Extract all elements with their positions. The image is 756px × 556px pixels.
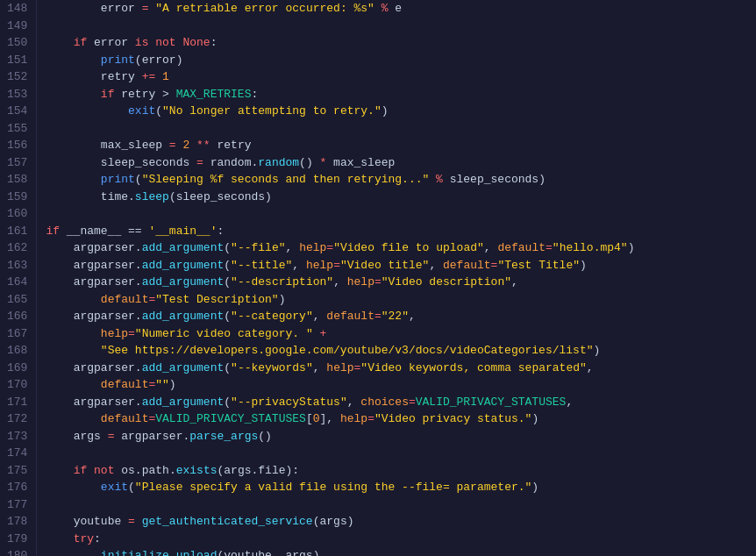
token-param: help [299, 241, 326, 254]
token-var: sleep_seconds [101, 156, 189, 169]
line-number: 180 [7, 547, 27, 556]
token-punct: . [135, 396, 142, 409]
token-punct: ( [128, 481, 135, 494]
token-plain [46, 378, 100, 391]
token-plain [46, 344, 100, 357]
token-param: default [443, 259, 491, 272]
token-string: "Sleeping %f seconds and then retrying..… [142, 173, 430, 186]
token-param: help [340, 412, 367, 425]
token-var: path [142, 464, 169, 477]
token-param: default [497, 241, 546, 254]
token-op: = [189, 156, 210, 169]
token-var: max_sleep [333, 156, 395, 169]
token-plain [46, 464, 73, 477]
token-kw: if [74, 464, 88, 477]
token-var: retry [101, 70, 135, 83]
line-number: 161 [7, 223, 27, 240]
token-plain [46, 53, 100, 67]
code-line: default="") [46, 376, 756, 394]
token-plain [46, 430, 73, 443]
token-string: "Video title" [340, 259, 429, 272]
token-plain [46, 36, 73, 49]
line-number: 169 [7, 360, 27, 377]
token-plain [46, 88, 100, 101]
line-number: 179 [7, 531, 27, 548]
token-var: max_sleep [101, 139, 162, 152]
code-line: if retry > MAX_RETRIES: [46, 86, 756, 103]
line-number: 170 [7, 376, 27, 394]
code-content[interactable]: error = "A retriable error occurred: %s"… [37, 0, 756, 556]
token-plain: , [313, 310, 327, 323]
token-var: e [395, 2, 402, 15]
line-number: 158 [7, 171, 27, 189]
line-number: 157 [7, 154, 27, 172]
token-string: "--category" [231, 310, 313, 323]
line-number: 148 [7, 0, 27, 18]
token-punct: . [135, 275, 142, 289]
token-method: add_argument [142, 310, 225, 323]
token-plain [46, 481, 100, 494]
token-plain: , [286, 241, 300, 254]
token-param: help [306, 259, 333, 272]
token-plain [46, 412, 100, 425]
code-line: argparser.add_argument("--file", help="V… [46, 239, 756, 257]
token-string: "Video description" [382, 275, 511, 289]
token-none-kw: None [182, 36, 210, 49]
code-line: retry += 1 [46, 68, 756, 86]
code-line: time.sleep(sleep_seconds) [46, 189, 756, 206]
token-var: sleep_seconds [450, 173, 538, 186]
token-plain [46, 327, 100, 340]
token-param: help [101, 327, 128, 340]
token-punct: ( [224, 241, 231, 254]
token-plain: (error) [135, 53, 183, 67]
token-punct: . [169, 464, 176, 477]
token-punct: ( [135, 173, 142, 186]
token-method: get_authenticated_service [142, 515, 313, 528]
line-number: 159 [7, 189, 27, 206]
token-op: = [326, 241, 333, 254]
token-punct: : [251, 88, 258, 101]
token-punct: . [135, 310, 142, 323]
line-number: 164 [7, 274, 27, 291]
token-punct: . [128, 190, 135, 203]
token-plain [46, 549, 100, 556]
token-plain [46, 259, 73, 272]
code-line: sleep_seconds = random.random() * max_sl… [46, 154, 756, 172]
token-plain [46, 532, 73, 545]
token-plain: , [333, 275, 347, 289]
token-plain: , [326, 412, 340, 425]
token-string: "--file" [231, 241, 285, 254]
code-line [46, 18, 756, 35]
token-string: "No longer attempting to retry." [162, 104, 382, 118]
code-line: youtube = get_authenticated_service(args… [46, 513, 756, 531]
token-op: = [128, 327, 135, 340]
token-plain [87, 464, 94, 477]
token-punct: [ [306, 412, 313, 425]
token-string: "Numeric video category. " [135, 327, 313, 340]
token-op: = [121, 515, 141, 528]
token-var: argparser [74, 361, 135, 374]
line-number: 167 [7, 325, 27, 343]
code-line [46, 445, 756, 462]
line-number: 154 [7, 103, 27, 120]
token-op: = [367, 412, 374, 425]
token-method: exists [176, 464, 218, 477]
token-var: argparser [74, 310, 135, 323]
code-line [46, 496, 756, 514]
token-attr: MAX_RETRIES [176, 88, 252, 101]
token-method: add_argument [142, 259, 225, 272]
token-punct: ) [594, 344, 601, 357]
token-punct: , [587, 361, 594, 374]
token-punct: ( [224, 361, 231, 374]
token-string: "Please specify a valid file using the -… [135, 481, 531, 494]
token-op: + [313, 327, 327, 340]
token-punct: : [210, 36, 218, 49]
token-op: = [101, 430, 121, 443]
code-line: if error is not None: [46, 34, 756, 52]
line-number: 165 [7, 291, 27, 309]
token-var: time [101, 190, 128, 203]
token-punct: () [258, 430, 272, 443]
code-line: if not os.path.exists(args.file): [46, 462, 756, 480]
token-punct: ( [224, 396, 231, 409]
token-op: % [374, 2, 395, 15]
